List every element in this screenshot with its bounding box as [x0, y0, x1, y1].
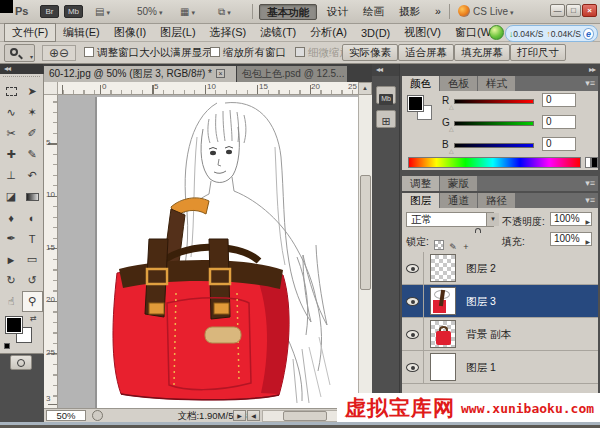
panel-menu-icon[interactable]: ▾≡	[585, 178, 595, 188]
horizontal-scrollbar-thumb[interactable]	[283, 411, 327, 421]
tool-zoom[interactable]: ⚲	[22, 291, 43, 312]
menu-image[interactable]: 图像(I)	[107, 24, 153, 41]
tool-healing-brush[interactable]: ✚	[1, 144, 22, 165]
red-slider[interactable]	[454, 99, 534, 104]
panel-foreground-swatch[interactable]	[408, 96, 423, 111]
tool-clone-stamp[interactable]: ⊥	[1, 165, 22, 186]
menu-file[interactable]: 文件(F)	[4, 23, 56, 42]
layer-row[interactable]: 图层 1	[402, 351, 598, 384]
workspace-more-chevron[interactable]: »	[428, 4, 448, 20]
document-tab-inactive[interactable]: 包包上色.psd @ 12.5...×	[237, 66, 347, 82]
zoom-in-out-buttons[interactable]: ⊕⊖	[42, 45, 76, 61]
mini-bridge-panel-icon[interactable]: Mb	[376, 86, 396, 104]
menu-3d[interactable]: 3D(D)	[354, 26, 397, 40]
resize-window-checkbox[interactable]: 调整窗口大小以满屏显示	[84, 46, 213, 60]
dock-collapse-arrows[interactable]: ▸▸	[400, 64, 600, 76]
workspace-painting[interactable]: 绘画	[356, 4, 391, 20]
blue-value-field[interactable]: 0	[542, 137, 576, 151]
menu-filter[interactable]: 滤镜(T)	[253, 24, 303, 41]
lock-paint-icon[interactable]: ✎	[448, 234, 461, 252]
zoom-level-control[interactable]: 50%▾	[137, 6, 163, 17]
green-slider[interactable]	[454, 121, 534, 126]
zoom-all-windows-checkbox[interactable]: 缩放所有窗口	[210, 46, 286, 60]
tool-crop[interactable]: ✂	[1, 123, 22, 144]
layer-thumbnail[interactable]	[430, 353, 456, 381]
canvas-page[interactable]	[97, 97, 358, 408]
chevron-down-icon[interactable]: ▼	[486, 213, 499, 226]
tool-marquee[interactable]	[1, 81, 22, 102]
lock-move-icon[interactable]: +	[461, 234, 474, 252]
tool-brush[interactable]: ✎	[22, 144, 43, 165]
red-value-field[interactable]: 0	[542, 93, 576, 107]
actual-pixels-button[interactable]: 实际像素	[342, 44, 398, 61]
strip-collapse-arrows[interactable]: ◂◂	[372, 64, 399, 76]
menu-view[interactable]: 视图(V)	[397, 24, 448, 41]
bridge-button[interactable]: Br	[40, 5, 59, 18]
canvas-viewport[interactable]	[58, 95, 358, 408]
clone-source-panel-icon[interactable]: ⊞	[376, 110, 396, 128]
workspace-design[interactable]: 设计	[320, 4, 355, 20]
workspace-essentials[interactable]: 基本功能	[259, 4, 317, 20]
visibility-toggle[interactable]	[402, 318, 424, 351]
tool-shape[interactable]: ▭	[22, 249, 43, 270]
opacity-field[interactable]: 100%▶	[550, 212, 592, 226]
spectrum-black-swatch[interactable]	[591, 157, 598, 168]
tool-eyedropper[interactable]: ✐	[22, 123, 43, 144]
visibility-toggle[interactable]	[402, 351, 424, 384]
scroll-up-button[interactable]: ▲	[358, 82, 372, 95]
quick-mask-button[interactable]	[10, 355, 32, 370]
blend-mode-select[interactable]: 正常 ▼	[406, 212, 494, 227]
menu-analysis[interactable]: 分析(A)	[303, 24, 354, 41]
zoom-percent-field[interactable]: 50%	[46, 410, 86, 421]
fill-screen-button[interactable]: 填充屏幕	[454, 44, 510, 61]
swap-colors-icon[interactable]: ⇄	[30, 314, 37, 323]
tool-quick-select[interactable]: ✶	[22, 102, 43, 123]
vertical-scrollbar[interactable]	[358, 95, 372, 408]
panel-menu-icon[interactable]: ▾≡	[585, 195, 595, 205]
layer-row[interactable]: 背景 副本	[402, 318, 598, 351]
green-value-field[interactable]: 0	[542, 115, 576, 129]
menu-layer[interactable]: 图层(L)	[153, 24, 202, 41]
lock-transparency-icon[interactable]	[434, 234, 447, 252]
tool-type[interactable]: T	[22, 228, 43, 249]
vertical-scrollbar-thumb[interactable]	[360, 175, 371, 290]
document-tab-active[interactable]: 60-12.jpg @ 50% (图层 3, RGB/8#) *×	[44, 66, 236, 82]
cs-live-menu[interactable]: CS Live▾	[473, 6, 514, 17]
tab-layers[interactable]: 图层	[402, 193, 439, 208]
visibility-toggle[interactable]	[402, 285, 424, 318]
panel-menu-icon[interactable]: ▾≡	[585, 78, 595, 88]
tab-styles[interactable]: 样式	[478, 76, 515, 91]
mini-bridge-button[interactable]: Mb	[64, 5, 83, 18]
tool-dodge[interactable]: ◐	[22, 207, 43, 228]
fill-field[interactable]: 100%▶	[550, 232, 592, 246]
layer-row-selected[interactable]: 图层 3	[402, 285, 598, 318]
tool-pen[interactable]: ✒	[1, 228, 22, 249]
tool-move[interactable]: ➤	[22, 81, 43, 102]
foreground-color-swatch[interactable]	[6, 317, 22, 333]
tab-swatches[interactable]: 色板	[440, 76, 477, 91]
tool-lasso[interactable]: ∿	[1, 102, 22, 123]
toolbar-collapse-arrows[interactable]: ◂◂	[0, 64, 43, 74]
fit-screen-button[interactable]: 适合屏幕	[398, 44, 454, 61]
screen-mode-icon[interactable]: ⧉▾	[218, 6, 231, 18]
tool-gradient[interactable]	[22, 186, 43, 207]
default-colors-icon[interactable]	[4, 343, 10, 350]
minimize-button[interactable]: —	[550, 4, 565, 17]
tab-channels[interactable]: 通道	[440, 193, 477, 208]
layer-row[interactable]: 图层 2	[402, 252, 598, 285]
tool-blur[interactable]: ♦	[1, 207, 22, 228]
visibility-toggle[interactable]	[402, 252, 424, 285]
layer-thumbnail[interactable]	[430, 320, 456, 348]
zoom-out-icon[interactable]: ⊖	[59, 46, 69, 60]
menu-edit[interactable]: 编辑(E)	[56, 24, 107, 41]
tab-color[interactable]: 颜色	[402, 76, 439, 91]
ie-browser-icon[interactable]: e	[583, 28, 594, 40]
print-size-button[interactable]: 打印尺寸	[510, 44, 566, 61]
color-spectrum-ramp[interactable]	[408, 157, 581, 168]
arrange-documents-icon[interactable]: ▦▾	[180, 6, 195, 17]
tool-eraser[interactable]: ◪	[1, 186, 22, 207]
tool-orbit-3d[interactable]: ↺	[22, 270, 43, 291]
layer-thumbnail[interactable]	[430, 287, 456, 315]
tool-history-brush[interactable]: ↶	[22, 165, 43, 186]
tool-hand[interactable]: ☝	[1, 291, 22, 312]
